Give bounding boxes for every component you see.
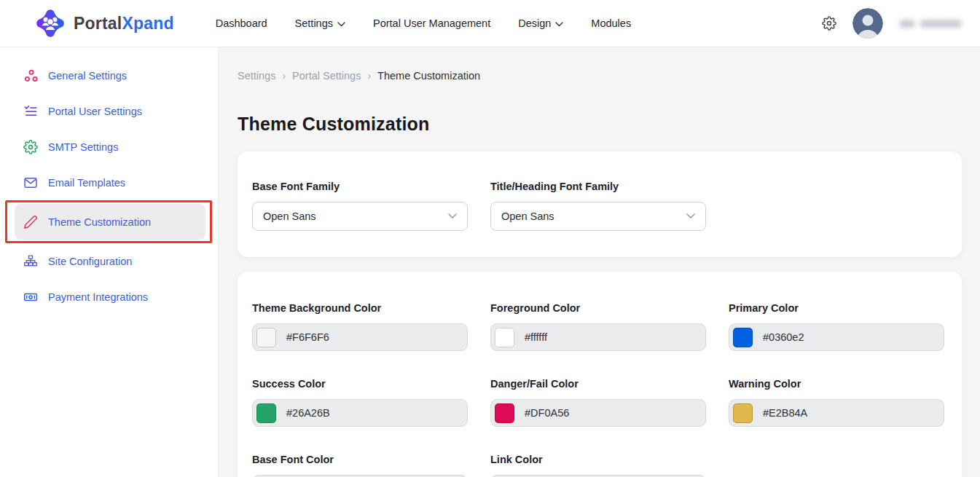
paintbrush-icon bbox=[23, 215, 38, 229]
nav-item-settings[interactable]: Settings bbox=[281, 0, 359, 47]
select-value: Open Sans bbox=[263, 210, 316, 222]
chevron-down-icon bbox=[448, 213, 457, 219]
page-title: Theme Customization bbox=[238, 114, 962, 135]
field-label: Warning Color bbox=[729, 378, 944, 390]
field-label: Danger/Fail Color bbox=[490, 378, 706, 390]
color-swatch[interactable] bbox=[733, 403, 753, 423]
sidebar-item-email-templates[interactable]: Email Templates bbox=[15, 165, 207, 200]
warning-color-field: Warning Color #E2B84A bbox=[729, 378, 944, 427]
breadcrumb-separator: › bbox=[282, 70, 286, 82]
main-nav: Dashboard Settings Portal User Managemen… bbox=[202, 0, 645, 47]
breadcrumb-current: Theme Customization bbox=[377, 70, 480, 82]
red-highlight-annotation: Theme Customization bbox=[5, 200, 212, 243]
field-label: Primary Color bbox=[729, 302, 944, 314]
theme-background-color-input[interactable]: #F6F6F6 bbox=[252, 323, 468, 351]
nav-item-dashboard[interactable]: Dashboard bbox=[202, 0, 281, 47]
sidebar-item-theme-customization[interactable]: Theme Customization bbox=[15, 204, 205, 240]
hex-value: #F6F6F6 bbox=[286, 331, 329, 343]
hex-value: #0360e2 bbox=[763, 331, 804, 343]
primary-color-field: Primary Color #0360e2 bbox=[729, 302, 944, 351]
danger-color-field: Danger/Fail Color #DF0A56 bbox=[490, 378, 706, 427]
avatar[interactable] bbox=[852, 8, 883, 39]
chevron-down-icon bbox=[337, 22, 345, 27]
banknote-icon bbox=[23, 290, 38, 304]
base-font-color-field: Base Font Color bbox=[252, 454, 468, 477]
gear-icon[interactable] bbox=[822, 16, 836, 31]
brand-badge-icon bbox=[35, 8, 66, 39]
sitemap-icon bbox=[23, 254, 38, 269]
field-label: Link Color bbox=[490, 454, 706, 465]
breadcrumb: Settings › Portal Settings › Theme Custo… bbox=[238, 47, 962, 82]
sidebar-item-general-settings[interactable]: General Settings bbox=[15, 58, 207, 93]
checklist-icon bbox=[23, 104, 38, 119]
sidebar-item-label: General Settings bbox=[48, 70, 127, 82]
field-label: Title/Heading Font Family bbox=[490, 181, 706, 192]
font-settings-card: Base Font Family Open Sans Title/Heading… bbox=[238, 151, 962, 257]
breadcrumb-separator: › bbox=[367, 70, 371, 82]
gear-icon bbox=[23, 140, 38, 154]
sidebar-item-label: SMTP Settings bbox=[48, 141, 118, 153]
field-label: Foreground Color bbox=[490, 302, 706, 314]
success-color-input[interactable]: #26A26B bbox=[252, 399, 468, 427]
sidebar-item-label: Email Templates bbox=[48, 177, 125, 189]
nav-item-modules[interactable]: Modules bbox=[577, 0, 645, 47]
redaction-blob bbox=[899, 20, 915, 28]
foreground-color-input[interactable]: #ffffff bbox=[490, 323, 706, 351]
select-value: Open Sans bbox=[501, 210, 554, 222]
molecule-icon bbox=[23, 68, 38, 83]
nav-item-design[interactable]: Design bbox=[504, 0, 577, 47]
heading-font-family-select[interactable]: Open Sans bbox=[490, 202, 706, 231]
breadcrumb-settings[interactable]: Settings bbox=[238, 70, 275, 82]
heading-font-family-field: Title/Heading Font Family Open Sans bbox=[490, 181, 706, 231]
hex-value: #E2B84A bbox=[763, 407, 807, 419]
color-swatch[interactable] bbox=[733, 328, 753, 347]
sidebar-item-label: Theme Customization bbox=[48, 216, 151, 228]
envelope-icon bbox=[23, 176, 38, 190]
field-label: Base Font Color bbox=[252, 454, 468, 465]
breadcrumb-portal-settings[interactable]: Portal Settings bbox=[292, 70, 361, 82]
hex-value: #ffffff bbox=[525, 331, 547, 343]
color-swatch[interactable] bbox=[495, 328, 514, 347]
sidebar-item-label: Portal User Settings bbox=[48, 106, 142, 117]
hex-value: #26A26B bbox=[286, 407, 330, 419]
theme-colors-card: Theme Background Color #F6F6F6 Foregroun… bbox=[238, 272, 962, 477]
field-label: Base Font Family bbox=[252, 181, 468, 192]
sidebar-item-smtp-settings[interactable]: SMTP Settings bbox=[15, 129, 207, 165]
link-color-field: Link Color bbox=[490, 454, 706, 477]
field-label: Success Color bbox=[252, 378, 468, 390]
theme-background-color-field: Theme Background Color #F6F6F6 bbox=[252, 302, 468, 351]
settings-sidebar: General Settings Portal User Settings SM… bbox=[0, 47, 219, 477]
sidebar-item-label: Site Configuration bbox=[48, 256, 132, 267]
brand-wordmark: PortalXpand bbox=[74, 14, 174, 33]
navbar-right bbox=[822, 8, 962, 39]
chevron-down-icon bbox=[555, 22, 563, 27]
brand-logo[interactable]: PortalXpand bbox=[35, 8, 174, 39]
hex-value: #DF0A56 bbox=[525, 407, 569, 419]
sidebar-item-portal-user-settings[interactable]: Portal User Settings bbox=[15, 93, 207, 129]
primary-color-input[interactable]: #0360e2 bbox=[729, 323, 944, 351]
color-swatch[interactable] bbox=[495, 403, 514, 423]
base-font-family-field: Base Font Family Open Sans bbox=[252, 181, 468, 231]
field-label: Theme Background Color bbox=[252, 302, 468, 314]
chevron-down-icon bbox=[686, 213, 695, 219]
danger-color-input[interactable]: #DF0A56 bbox=[490, 399, 706, 427]
top-navbar: PortalXpand Dashboard Settings Portal Us… bbox=[0, 0, 980, 47]
user-name-redacted[interactable] bbox=[899, 20, 962, 28]
warning-color-input[interactable]: #E2B84A bbox=[729, 399, 944, 427]
nav-item-portal-user-management[interactable]: Portal User Management bbox=[359, 0, 504, 47]
sidebar-item-site-configuration[interactable]: Site Configuration bbox=[15, 243, 207, 279]
color-swatch[interactable] bbox=[256, 328, 276, 347]
main-content: Settings › Portal Settings › Theme Custo… bbox=[219, 47, 980, 477]
sidebar-item-payment-integrations[interactable]: Payment Integrations bbox=[15, 279, 207, 315]
redaction-blob bbox=[920, 20, 962, 28]
success-color-field: Success Color #26A26B bbox=[252, 378, 468, 427]
foreground-color-field: Foreground Color #ffffff bbox=[490, 302, 706, 351]
sidebar-item-label: Payment Integrations bbox=[48, 291, 148, 303]
color-swatch[interactable] bbox=[256, 403, 276, 423]
base-font-family-select[interactable]: Open Sans bbox=[252, 202, 468, 231]
